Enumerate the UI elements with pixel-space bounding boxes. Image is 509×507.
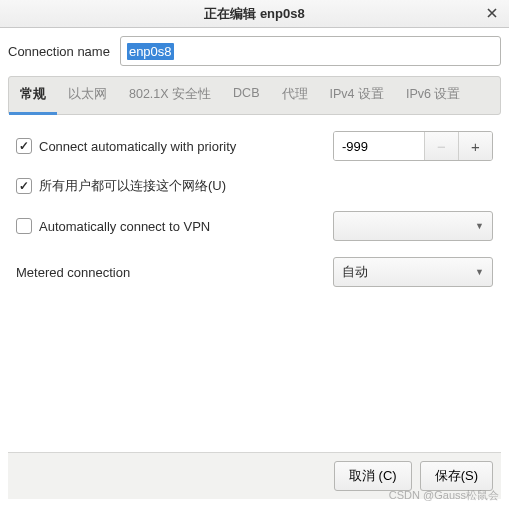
- connection-name-input[interactable]: enp0s8: [120, 36, 501, 66]
- window-title: 正在编辑 enp0s8: [204, 5, 304, 23]
- all-users-row: 所有用户都可以连接这个网络(U): [16, 177, 493, 195]
- auto-connect-check-wrap[interactable]: Connect automatically with priority: [16, 138, 321, 154]
- save-button[interactable]: 保存(S): [420, 461, 493, 491]
- metered-label: Metered connection: [16, 265, 321, 280]
- metered-combo-value: 自动: [342, 263, 368, 281]
- auto-vpn-check-wrap[interactable]: Automatically connect to VPN: [16, 218, 321, 234]
- connection-name-value: enp0s8: [127, 43, 174, 60]
- auto-vpn-label: Automatically connect to VPN: [39, 219, 210, 234]
- all-users-checkbox[interactable]: [16, 178, 32, 194]
- general-panel: Connect automatically with priority − + …: [8, 115, 501, 452]
- auto-vpn-checkbox[interactable]: [16, 218, 32, 234]
- tab-8021x[interactable]: 802.1X 安全性: [118, 77, 222, 114]
- priority-spinner: − +: [333, 131, 493, 161]
- window-content: Connection name enp0s8 常规 以太网 802.1X 安全性…: [0, 28, 509, 507]
- connection-name-row: Connection name enp0s8: [8, 36, 501, 66]
- priority-input[interactable]: [334, 132, 424, 160]
- auto-connect-row: Connect automatically with priority − +: [16, 131, 493, 161]
- close-icon: [487, 8, 497, 18]
- all-users-label: 所有用户都可以连接这个网络(U): [39, 177, 226, 195]
- cancel-button[interactable]: 取消 (C): [334, 461, 412, 491]
- dialog-footer: 取消 (C) 保存(S): [8, 452, 501, 499]
- tab-general[interactable]: 常规: [9, 77, 57, 115]
- metered-row: Metered connection 自动 ▼: [16, 257, 493, 287]
- tab-ipv4[interactable]: IPv4 设置: [319, 77, 396, 114]
- chevron-down-icon: ▼: [475, 221, 484, 231]
- tab-proxy[interactable]: 代理: [271, 77, 319, 114]
- tab-ethernet[interactable]: 以太网: [57, 77, 118, 114]
- priority-decrement[interactable]: −: [424, 132, 458, 160]
- title-bar: 正在编辑 enp0s8: [0, 0, 509, 28]
- vpn-combo[interactable]: ▼: [333, 211, 493, 241]
- chevron-down-icon: ▼: [475, 267, 484, 277]
- priority-increment[interactable]: +: [458, 132, 492, 160]
- tab-dcb[interactable]: DCB: [222, 77, 270, 114]
- metered-combo[interactable]: 自动 ▼: [333, 257, 493, 287]
- close-button[interactable]: [483, 4, 501, 22]
- connection-name-label: Connection name: [8, 44, 110, 59]
- all-users-check-wrap[interactable]: 所有用户都可以连接这个网络(U): [16, 177, 493, 195]
- auto-vpn-row: Automatically connect to VPN ▼: [16, 211, 493, 241]
- tab-ipv6[interactable]: IPv6 设置: [395, 77, 472, 114]
- auto-connect-checkbox[interactable]: [16, 138, 32, 154]
- tab-bar: 常规 以太网 802.1X 安全性 DCB 代理 IPv4 设置 IPv6 设置: [8, 76, 501, 115]
- auto-connect-label: Connect automatically with priority: [39, 139, 236, 154]
